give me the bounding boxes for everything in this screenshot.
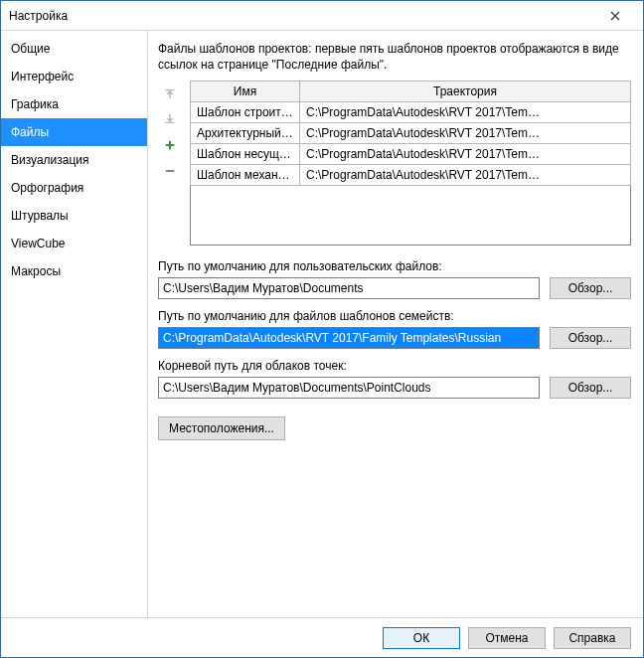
sidebar-item-label: Орфография bbox=[11, 181, 83, 195]
sidebar: Общие Интерфейс Графика Файлы Визуализац… bbox=[1, 31, 148, 617]
sidebar-item-graphics[interactable]: Графика bbox=[1, 90, 147, 118]
point-clouds-browse-button[interactable]: Обзор... bbox=[550, 377, 631, 399]
help-button[interactable]: Справка bbox=[554, 627, 631, 649]
arrow-bottom-icon bbox=[164, 112, 176, 126]
column-header-name[interactable]: Имя bbox=[191, 82, 300, 102]
titlebar: Настройка bbox=[1, 1, 643, 31]
remove-button[interactable] bbox=[158, 160, 182, 182]
settings-window: Настройка Общие Интерфейс Графика Файлы … bbox=[0, 0, 644, 658]
table-row[interactable]: Шаблон строител… C:\ProgramData\Autodesk… bbox=[191, 102, 631, 123]
family-templates-browse-button[interactable]: Обзор... bbox=[550, 327, 631, 349]
content-panel: Файлы шаблонов проектов: первые пять шаб… bbox=[148, 31, 643, 617]
cell-path[interactable]: C:\ProgramData\Autodesk\RVT 2017\Tem… bbox=[300, 165, 631, 186]
dialog-footer: ОК Отмена Справка bbox=[1, 617, 643, 657]
column-header-path[interactable]: Траектория bbox=[300, 82, 631, 102]
plus-icon bbox=[164, 138, 176, 152]
point-clouds-row: Обзор... bbox=[158, 377, 631, 399]
user-files-browse-button[interactable]: Обзор... bbox=[550, 277, 631, 299]
sidebar-item-label: Графика bbox=[11, 97, 59, 111]
sidebar-item-interface[interactable]: Интерфейс bbox=[1, 63, 147, 90]
user-files-input[interactable] bbox=[158, 277, 540, 299]
table-row[interactable]: Шаблон механиче… C:\ProgramData\Autodesk… bbox=[191, 165, 631, 186]
sidebar-item-macros[interactable]: Макросы bbox=[1, 257, 147, 285]
sidebar-item-label: Макросы bbox=[11, 264, 61, 278]
cell-path[interactable]: C:\ProgramData\Autodesk\RVT 2017\Tem… bbox=[300, 144, 631, 165]
template-area: Имя Траектория Шаблон строител… C:\Progr… bbox=[158, 81, 631, 246]
cell-path[interactable]: C:\ProgramData\Autodesk\RVT 2017\Tem… bbox=[300, 102, 631, 123]
move-bottom-button[interactable] bbox=[158, 108, 182, 130]
sidebar-item-steeringwheels[interactable]: Штурвалы bbox=[1, 202, 147, 230]
table-row[interactable]: Архитектурный ш… C:\ProgramData\Autodesk… bbox=[191, 123, 631, 144]
cell-name[interactable]: Архитектурный ш… bbox=[191, 123, 300, 144]
table-row[interactable]: Шаблон несущей … C:\ProgramData\Autodesk… bbox=[191, 144, 631, 165]
sidebar-item-label: Интерфейс bbox=[11, 70, 74, 83]
cell-name[interactable]: Шаблон строител… bbox=[191, 102, 300, 123]
cancel-button[interactable]: Отмена bbox=[468, 627, 546, 649]
user-files-row: Обзор... bbox=[158, 277, 631, 299]
sidebar-item-label: Штурвалы bbox=[11, 209, 69, 223]
locations-button[interactable]: Местоположения... bbox=[158, 416, 285, 440]
arrow-top-icon bbox=[164, 86, 176, 100]
family-templates-label: Путь по умолчанию для файлов шаблонов се… bbox=[158, 309, 631, 323]
close-button[interactable] bbox=[595, 5, 635, 27]
user-files-label: Путь по умолчанию для пользовательских ф… bbox=[158, 259, 631, 273]
cell-name[interactable]: Шаблон механиче… bbox=[191, 165, 300, 186]
description-text: Файлы шаблонов проектов: первые пять шаб… bbox=[158, 41, 631, 73]
dialog-body: Общие Интерфейс Графика Файлы Визуализац… bbox=[1, 31, 643, 617]
sidebar-item-visualization[interactable]: Визуализация bbox=[1, 146, 147, 174]
move-top-button[interactable] bbox=[158, 82, 182, 104]
sidebar-item-label: Файлы bbox=[11, 125, 49, 139]
add-button[interactable] bbox=[158, 134, 182, 156]
sidebar-item-label: Общие bbox=[11, 42, 50, 56]
point-clouds-label: Корневой путь для облаков точек: bbox=[158, 359, 631, 373]
sidebar-item-viewcube[interactable]: ViewCube bbox=[1, 230, 147, 257]
project-templates-table[interactable]: Имя Траектория Шаблон строител… C:\Progr… bbox=[190, 81, 631, 246]
template-toolbar bbox=[158, 81, 184, 246]
sidebar-item-general[interactable]: Общие bbox=[1, 35, 147, 63]
close-icon bbox=[610, 11, 620, 21]
family-templates-row: Обзор... bbox=[158, 327, 631, 349]
sidebar-item-label: Визуализация bbox=[11, 153, 89, 167]
sidebar-item-spelling[interactable]: Орфография bbox=[1, 174, 147, 202]
cell-name[interactable]: Шаблон несущей … bbox=[191, 144, 300, 165]
sidebar-item-files[interactable]: Файлы bbox=[1, 118, 147, 146]
sidebar-item-label: ViewCube bbox=[11, 237, 65, 250]
cell-path[interactable]: C:\ProgramData\Autodesk\RVT 2017\Tem… bbox=[300, 123, 631, 144]
family-templates-input[interactable] bbox=[158, 327, 540, 349]
window-title: Настройка bbox=[9, 1, 68, 31]
ok-button[interactable]: ОК bbox=[383, 627, 460, 649]
point-clouds-input[interactable] bbox=[158, 377, 540, 399]
minus-icon bbox=[164, 164, 176, 178]
